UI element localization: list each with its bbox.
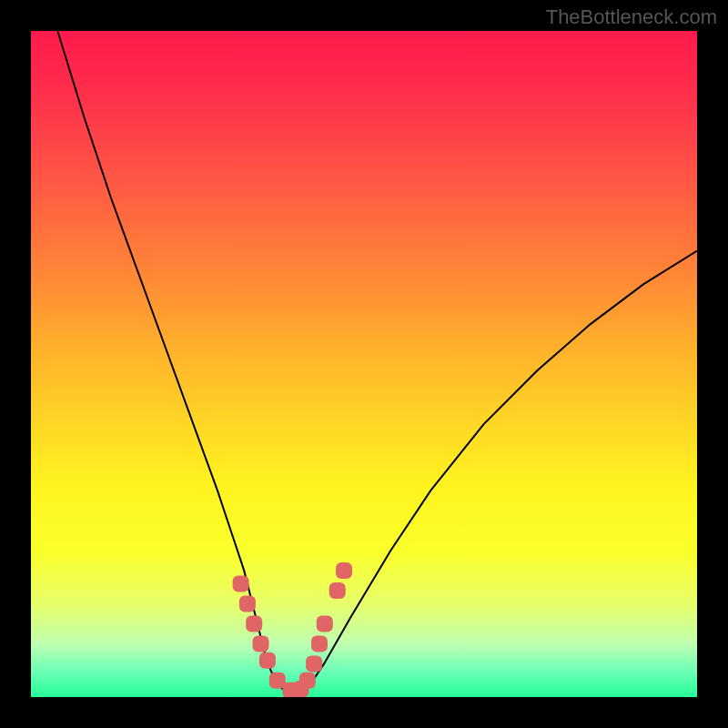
marker-dot (259, 652, 276, 669)
curve-markers (233, 562, 352, 697)
marker-dot (299, 672, 316, 689)
marker-dot (306, 655, 322, 672)
marker-dot (233, 576, 249, 592)
chart-plot-area (31, 31, 697, 697)
marker-dot (311, 635, 328, 652)
marker-dot (239, 596, 256, 612)
bottleneck-curve (57, 31, 697, 693)
marker-dot (253, 635, 269, 652)
marker-dot (329, 582, 346, 599)
marker-dot (317, 616, 333, 632)
marker-dot (336, 562, 352, 579)
watermark-text: TheBottleneck.com (546, 5, 717, 29)
marker-dot (246, 616, 262, 632)
chart-svg (31, 31, 697, 697)
